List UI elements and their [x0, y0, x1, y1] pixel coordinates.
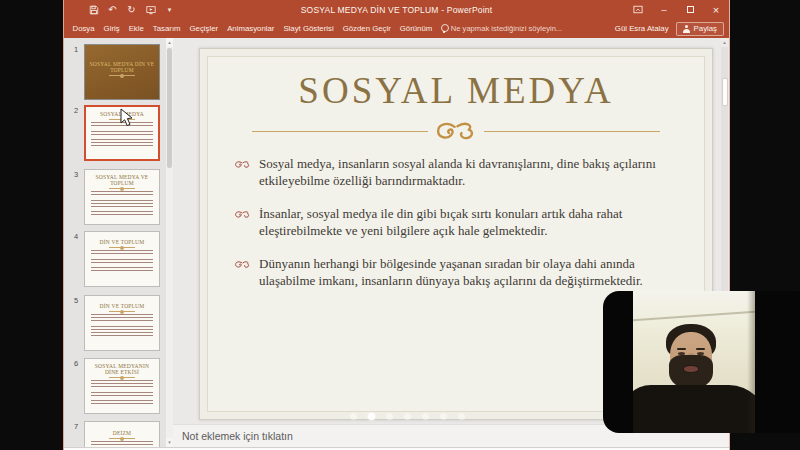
scrollbar-thumb[interactable] — [722, 78, 728, 106]
presenter-mouth — [683, 365, 699, 373]
webcam-video — [633, 291, 755, 433]
slide-title[interactable]: SOSYAL MEDYA — [200, 69, 712, 112]
notes-placeholder[interactable]: Not eklemek için tıklatın — [182, 430, 293, 442]
window-controls: – × — [625, 0, 729, 19]
mouse-cursor — [120, 108, 134, 128]
share-button[interactable]: Paylaş — [676, 22, 724, 36]
flourish-bullet-icon — [234, 260, 251, 269]
scrollbar-thumb[interactable] — [167, 48, 172, 168]
title-divider — [252, 120, 660, 142]
bullet-item: Dünyanın herhangi bir bölgesinde yaşanan… — [234, 256, 672, 289]
person-icon — [683, 25, 691, 33]
bullet-item: Sosyal medya, insanların sosyal alanda k… — [234, 156, 672, 189]
lightbulb-icon — [441, 24, 448, 33]
qat-customize-icon[interactable]: ▾ — [164, 4, 175, 15]
flourish-bullet-icon — [234, 160, 251, 169]
tab-slayt-gosterisi[interactable]: Slayt Gösterisi — [279, 19, 338, 38]
scroll-down-icon[interactable]: ▾ — [166, 438, 173, 447]
slide-body[interactable]: Sosyal medya, insanların sosyal alanda k… — [234, 156, 672, 289]
ribbon-tabs: Dosya Giriş Ekle Tasarım Geçişler Animas… — [64, 19, 729, 38]
redo-icon[interactable]: ↻ — [126, 4, 137, 15]
webcam-overlay — [603, 291, 800, 433]
bullet-item: İnsanlar, sosyal medya ile din gibi bıça… — [234, 206, 672, 239]
flourish-bullet-icon — [234, 210, 251, 219]
flourish-ornament-icon — [433, 120, 479, 142]
thumbnail-scrollbar[interactable]: ▴ ▾ — [166, 38, 173, 447]
start-slideshow-icon[interactable] — [145, 4, 156, 15]
save-icon[interactable] — [88, 4, 99, 15]
quick-access-toolbar: ↶ ↻ ▾ — [64, 4, 175, 15]
minimize-button[interactable]: – — [651, 0, 677, 19]
tab-gorunum[interactable]: Görünüm — [395, 19, 437, 38]
scroll-up-icon[interactable]: ▴ — [721, 38, 728, 47]
tab-gozden-gecir[interactable]: Gözden Geçir — [338, 19, 395, 38]
tab-tasarim[interactable]: Tasarım — [148, 19, 185, 38]
title-bar: ↶ ↻ ▾ SOSYAL MEDYA DİN VE TOPLUM - Power… — [64, 0, 729, 19]
tab-ekle[interactable]: Ekle — [124, 19, 148, 38]
tab-giris[interactable]: Giriş — [99, 19, 124, 38]
screen: ↶ ↻ ▾ SOSYAL MEDYA DİN VE TOPLUM - Power… — [0, 0, 800, 450]
tab-gecisler[interactable]: Geçişler — [185, 19, 223, 38]
maximize-button[interactable] — [677, 0, 703, 19]
slide-pagination-dots — [350, 413, 465, 420]
tell-me-box[interactable]: Ne yapmak istediğinizi söyleyin... — [441, 24, 562, 33]
undo-icon[interactable]: ↶ — [107, 4, 118, 15]
tab-dosya[interactable]: Dosya — [68, 19, 99, 38]
scroll-up-icon[interactable]: ▴ — [166, 38, 173, 47]
tab-animasyonlar[interactable]: Animasyonlar — [223, 19, 279, 38]
presenter-body — [633, 385, 755, 433]
close-button[interactable]: × — [703, 0, 729, 19]
account-name[interactable]: Gül Esra Atalay — [615, 24, 669, 33]
ribbon-display-options-icon[interactable] — [625, 0, 651, 19]
slide-thumbnail-panel: 1 SOSYAL MEDYA DİN VE TOPLUM 2 SOSYAL ME… — [64, 38, 166, 447]
